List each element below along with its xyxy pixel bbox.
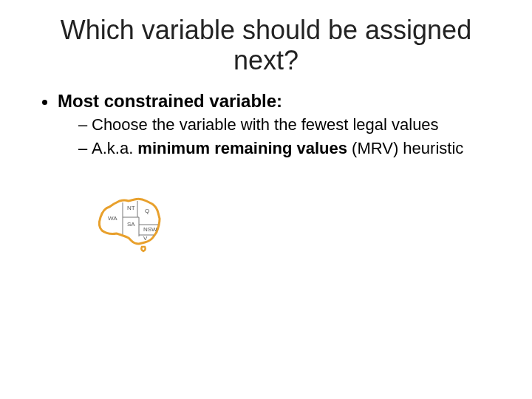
bullet-item-1-text: Most constrained variable: [58,91,282,111]
australia-map-svg: WA NT SA Q NSW V [96,192,177,259]
sub-item-2-suffix: (MRV) heuristic [347,139,463,157]
sub-item-2-bold: minimum remaining values [137,139,347,157]
label-wa: WA [108,215,117,222]
label-q: Q [145,208,149,214]
sub-item-1: Choose the variable with the fewest lega… [78,115,502,136]
slide-body: Most constrained variable: Choose the va… [0,91,532,160]
sub-item-2: A.k.a. minimum remaining values (MRV) he… [78,138,502,160]
bullet-list-level2: Choose the variable with the fewest lega… [58,115,502,160]
sub-item-2-prefix: A.k.a. [92,139,137,157]
australia-map: WA NT SA Q NSW V [96,192,177,262]
bullet-item-1: Most constrained variable: Choose the va… [58,91,502,160]
slide-title: Which variable should be assigned next? [0,0,532,83]
label-v: V [143,235,148,242]
bullet-list-level1: Most constrained variable: Choose the va… [37,91,502,160]
label-nsw: NSW [143,226,157,233]
label-sa: SA [127,221,135,228]
tasmania [141,247,145,251]
label-nt: NT [127,205,135,211]
slide: Which variable should be assigned next? … [0,0,532,399]
